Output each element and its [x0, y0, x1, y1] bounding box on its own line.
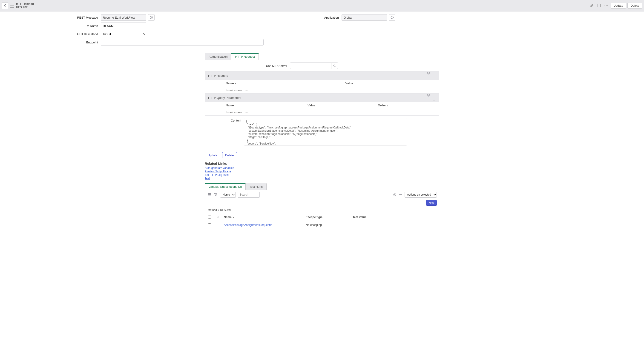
row-checkbox[interactable]: [208, 223, 211, 226]
mid-server-label: Use MID Server: [210, 64, 290, 67]
link-set-log-level[interactable]: Set HTTP Log level: [205, 173, 228, 176]
gear-icon[interactable]: [427, 93, 430, 97]
collapse-icon[interactable]: [432, 76, 436, 80]
delete-button[interactable]: Delete: [222, 152, 237, 158]
required-mark: ✱: [76, 33, 78, 35]
list-search-input[interactable]: [238, 192, 260, 198]
svg-point-12: [334, 64, 335, 66]
tab-variable-substitutions[interactable]: Variable Substitutions (3): [205, 183, 246, 190]
list-menu-icon[interactable]: [207, 193, 211, 196]
col-escape[interactable]: Escape type: [303, 213, 350, 221]
headers-col-value[interactable]: Value: [343, 80, 439, 87]
http-method-label: HTTP method: [79, 32, 98, 36]
query-col-order[interactable]: Order▲: [376, 102, 439, 109]
gear-icon[interactable]: [427, 71, 430, 75]
tab-authentication[interactable]: Authentication: [205, 53, 232, 60]
row-escape: No escaping: [303, 221, 350, 229]
required-mark: ✱: [87, 24, 89, 27]
rest-message-info-icon[interactable]: [148, 14, 154, 21]
activity-stream-icon[interactable]: [596, 3, 602, 9]
svg-point-18: [428, 95, 429, 96]
tab-test-runs[interactable]: Test Runs: [246, 183, 266, 190]
link-test[interactable]: Test: [205, 177, 210, 180]
tab-http-request[interactable]: HTTP Request: [231, 53, 259, 60]
list-collapse-icon[interactable]: [398, 194, 403, 195]
svg-point-4: [606, 5, 606, 6]
link-auto-generate[interactable]: Auto-generate variables: [205, 166, 234, 170]
http-query-section-header: HTTP Query Parameters: [205, 93, 439, 102]
http-query-table: Name Value Order▲ + Insert a new row...: [205, 102, 439, 116]
list-gear-icon[interactable]: [392, 193, 397, 196]
query-col-value[interactable]: Value: [305, 102, 375, 109]
application-label: Application: [322, 16, 342, 19]
svg-rect-16: [433, 78, 436, 78]
svg-point-5: [607, 5, 608, 6]
related-links-heading: Related Links: [205, 162, 439, 165]
svg-rect-21: [208, 194, 211, 195]
actions-select[interactable]: Actions on selected rows...: [404, 192, 437, 198]
header-delete-button[interactable]: Delete: [628, 3, 642, 8]
attachment-icon[interactable]: [588, 3, 594, 9]
hamburger-icon[interactable]: [10, 4, 14, 7]
http-query-title: HTTP Query Parameters: [208, 96, 241, 99]
rest-message-label: REST Message: [2, 16, 101, 19]
tab-body: Use MID Server HTTP Headers N: [205, 60, 439, 149]
col-test-value[interactable]: Test value: [350, 213, 439, 221]
query-col-name[interactable]: Name: [223, 102, 305, 109]
row-name-link[interactable]: AccessPackageAssignmentRequestId: [222, 221, 303, 229]
svg-rect-2: [600, 4, 600, 7]
tab-strip: Authentication HTTP Request: [205, 53, 439, 60]
new-button[interactable]: New: [426, 200, 437, 206]
row-search-icon[interactable]: [214, 213, 222, 221]
svg-point-24: [394, 194, 395, 195]
svg-point-15: [428, 73, 429, 73]
record-type-label: HTTP Method: [16, 2, 34, 5]
application-field: Global: [342, 14, 387, 21]
http-method-select[interactable]: POST: [101, 31, 146, 37]
record-name-label: RESUME: [16, 6, 34, 9]
endpoint-input[interactable]: [101, 39, 264, 45]
http-headers-table: Name▲ Value + Insert a new row...: [205, 80, 439, 93]
headers-insert-row[interactable]: + Insert a new row...: [205, 87, 439, 93]
content-label: Content: [205, 118, 244, 122]
form-section: REST Message Resume ELM WorkFlow ✱Name ✱…: [0, 11, 644, 47]
query-insert-row[interactable]: + Insert a new row...: [205, 109, 439, 116]
more-options-icon[interactable]: [603, 3, 609, 9]
mid-server-input[interactable]: [290, 62, 332, 69]
page-title: HTTP Method RESUME: [16, 2, 34, 9]
link-preview-script[interactable]: Preview Script Usage: [205, 170, 231, 173]
svg-point-8: [151, 16, 152, 17]
col-name[interactable]: Name▲: [222, 213, 303, 221]
variable-substitutions-panel: Name Actions on selected rows... New Met…: [205, 190, 439, 229]
endpoint-label: Endpoint: [2, 41, 101, 44]
application-info-icon[interactable]: [389, 14, 395, 21]
filter-icon[interactable]: [214, 193, 218, 196]
back-button[interactable]: [2, 2, 8, 9]
svg-rect-10: [392, 17, 392, 18]
name-label: Name: [90, 24, 98, 27]
filter-breadcrumb[interactable]: Method = RESUME: [205, 207, 439, 213]
svg-point-26: [217, 216, 218, 218]
name-input[interactable]: [101, 22, 146, 29]
http-headers-title: HTTP Headers: [208, 74, 228, 77]
svg-rect-1: [599, 4, 600, 7]
svg-line-27: [218, 217, 219, 218]
svg-rect-19: [433, 100, 436, 100]
http-headers-section-header: HTTP Headers: [205, 71, 439, 80]
update-button[interactable]: Update: [205, 152, 220, 158]
mid-server-lookup-icon[interactable]: [332, 62, 338, 69]
svg-rect-22: [208, 196, 211, 196]
table-row[interactable]: AccessPackageAssignmentRequestId No esca…: [205, 221, 439, 229]
header-update-button[interactable]: Update: [611, 3, 626, 8]
select-all-checkbox[interactable]: [208, 216, 211, 219]
svg-rect-20: [208, 193, 211, 194]
variable-substitutions-table: Name▲ Escape type Test value AccessPacka…: [205, 213, 439, 229]
page-header: HTTP Method RESUME Update Delete: [0, 0, 644, 11]
collapse-icon[interactable]: [432, 98, 436, 102]
headers-col-name[interactable]: Name▲: [223, 80, 343, 87]
row-test-value: [350, 221, 439, 229]
search-field-select[interactable]: Name: [220, 192, 236, 198]
related-links: Related Links Auto-generate variables Pr…: [205, 162, 439, 180]
content-textarea[interactable]: [244, 118, 407, 145]
rest-message-field: Resume ELM WorkFlow: [101, 14, 146, 21]
